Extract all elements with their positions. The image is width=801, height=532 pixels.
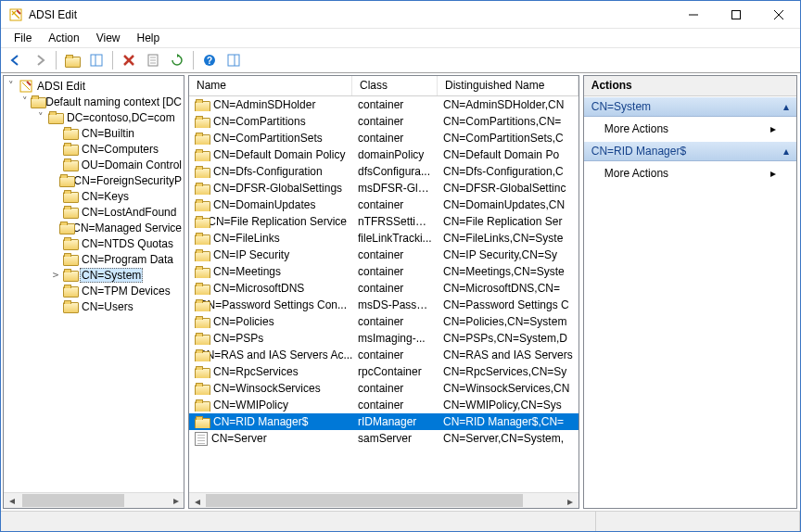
folder-icon [63,206,78,218]
row-name: CN=RpcServices [213,365,299,378]
tree-label: CN=Users [80,300,135,313]
list-row[interactable]: CN=MicrosoftDNScontainerCN=MicrosoftDNS,… [189,280,578,297]
expand-icon[interactable]: ˅ [35,111,46,123]
action-item-label: More Actions [604,122,668,135]
tree-label: DC=contoso,DC=com [65,111,177,124]
delete-button[interactable] [118,49,140,71]
menu-view[interactable]: View [89,30,128,46]
adsi-icon [8,7,23,22]
menu-action[interactable]: Action [41,30,86,46]
tree-domain[interactable]: ˅DC=contoso,DC=com [4,109,184,125]
folder-icon [31,95,42,108]
list-row[interactable]: CN=PoliciescontainerCN=Policies,CN=Syste… [189,313,578,330]
row-name: CN=AdminSDHolder [213,98,315,111]
folder-icon [63,300,78,312]
tree-node-4[interactable]: CN=Keys [4,188,184,204]
tree-root[interactable]: ˅ADSI Edit [4,78,184,94]
show-hide-action-pane-button[interactable] [222,49,245,71]
folder-icon [195,166,210,178]
list-row[interactable]: CN=Password Settings Con...msDS-Passw...… [189,297,578,313]
up-button[interactable] [61,49,83,71]
row-class: nTFRSSettings [352,215,438,228]
tree-label: Default naming context [DC [44,95,184,108]
expand-icon[interactable]: > [50,269,61,281]
list-row[interactable]: CN=AdminSDHoldercontainerCN=AdminSDHolde… [189,96,578,113]
tree-node-11[interactable]: CN=Users [4,298,184,314]
row-dn: CN=ComPartitionSets,C [438,132,578,145]
action-section-header[interactable]: CN=RID Manager$▴ [584,141,796,161]
tree-node-0[interactable]: CN=Builtin [4,125,184,141]
list-row[interactable]: CN=RpcServicesrpcContainerCN=RpcServices… [189,363,578,380]
row-class: container [352,399,438,412]
list-row[interactable]: CN=Default Domain PolicydomainPolicyCN=D… [189,146,578,163]
folder-icon [195,283,210,295]
row-dn: CN=DomainUpdates,CN [438,198,578,211]
expand-icon[interactable]: ˅ [20,95,29,108]
expand-icon[interactable]: ˅ [6,80,17,92]
close-button[interactable] [757,1,800,29]
list-row[interactable]: CN=PSPsmsImaging-...CN=PSPs,CN=System,D [189,330,578,347]
tree-node-2[interactable]: OU=Domain Control [4,157,184,172]
toolbar: ? [1,47,800,73]
menu-help[interactable]: Help [130,30,168,46]
row-class: container [352,198,438,211]
list-horizontal-scrollbar[interactable]: ◂▸ [189,492,578,508]
row-name: CN=Policies [213,315,274,328]
minimize-button[interactable] [672,1,715,29]
tree-node-5[interactable]: CN=LostAndFound [4,204,184,220]
tree-node-8[interactable]: CN=Program Data [4,251,184,267]
list-row[interactable]: CN=ComPartitionscontainerCN=ComPartition… [189,113,578,130]
action-section-header[interactable]: CN=System▴ [584,96,796,117]
folder-icon [195,333,210,345]
row-name: CN=WMIPolicy [213,399,288,412]
list-row[interactable]: CN=RAS and IAS Servers Ac...containerCN=… [189,347,578,363]
help-button[interactable]: ? [198,49,221,71]
list-row[interactable]: CN=DomainUpdatescontainerCN=DomainUpdate… [189,196,578,213]
maximize-button[interactable] [715,1,757,29]
list-row[interactable]: CN=MeetingscontainerCN=Meetings,CN=Syste [189,263,578,280]
row-name: CN=Password Settings Con... [199,298,347,311]
list-row[interactable]: CN=RID Manager$rIDManagerCN=RID Manager$… [189,413,578,430]
action-item[interactable]: More Actions▸ [584,117,796,141]
list-row[interactable]: CN=WMIPolicycontainerCN=WMIPolicy,CN=Sys [189,397,578,413]
list-row[interactable]: CN=Dfs-ConfigurationdfsConfigura...CN=Df… [189,163,578,180]
tree-horizontal-scrollbar[interactable]: ◂▸ [4,492,184,508]
list-row[interactable]: CN=ComPartitionSetscontainerCN=ComPartit… [189,130,578,146]
row-dn: CN=Default Domain Po [438,148,578,161]
row-dn: CN=FileLinks,CN=Syste [438,232,578,245]
tree-node-1[interactable]: CN=Computers [4,141,184,157]
tree-node-6[interactable]: CN=Managed Service [4,220,184,235]
action-item-label: More Actions [604,167,668,180]
menu-file[interactable]: File [6,30,39,46]
row-class: fileLinkTracki... [352,232,438,245]
title-bar: ADSI Edit [1,1,800,29]
show-hide-tree-button[interactable] [85,49,108,71]
action-item[interactable]: More Actions▸ [584,161,796,185]
column-class[interactable]: Class [352,76,438,95]
tree-node-3[interactable]: CN=ForeignSecurityP [4,172,184,188]
forward-button[interactable] [29,49,51,71]
row-class: container [352,265,438,278]
list-row[interactable]: CN=ServersamServerCN=Server,CN=System, [189,430,578,447]
column-name[interactable]: Name [189,76,352,95]
row-dn: CN=ComPartitions,CN= [438,115,578,128]
tree-node-7[interactable]: CN=NTDS Quotas [4,235,184,251]
row-name: CN=RAS and IAS Servers Ac... [198,348,352,361]
refresh-button[interactable] [166,49,188,71]
back-button[interactable] [5,49,27,71]
row-class: msImaging-... [352,332,438,345]
tree-node-9[interactable]: >CN=System [4,267,184,283]
row-dn: CN=PSPs,CN=System,D [438,332,578,345]
list-row[interactable]: CN=IP SecuritycontainerCN=IP Security,CN… [189,247,578,263]
list-row[interactable]: CN=FileLinksfileLinkTracki...CN=FileLink… [189,230,578,247]
tree-context[interactable]: ˅Default naming context [DC [4,94,184,109]
adsi-icon [19,79,33,94]
list-row[interactable]: CN=File Replication ServicenTFRSSettings… [189,213,578,230]
list-row[interactable]: CN=DFSR-GlobalSettingsmsDFSR-Glo...CN=DF… [189,180,578,196]
properties-button[interactable] [142,49,164,71]
tree-label: ADSI Edit [35,80,87,93]
list-row[interactable]: CN=WinsockServicescontainerCN=WinsockSer… [189,380,578,397]
column-dn[interactable]: Distinguished Name [438,76,578,95]
tree-node-10[interactable]: CN=TPM Devices [4,283,184,298]
row-class: samServer [352,432,438,445]
